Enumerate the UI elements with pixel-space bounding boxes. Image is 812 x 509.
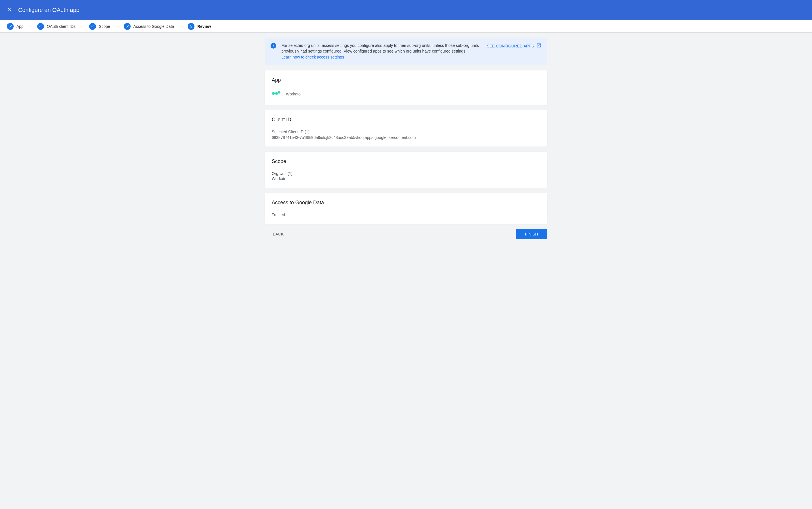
card-title: App [272, 77, 540, 83]
info-text: For selected org units, access settings … [281, 43, 479, 54]
see-apps-label: SEE CONFIGURED APPS [487, 44, 534, 48]
close-icon[interactable] [7, 7, 12, 13]
step-label: OAuth client IDs [47, 24, 75, 29]
header-bar: Configure an OAuth app [0, 0, 812, 20]
step-scope[interactable]: Scope [89, 23, 110, 30]
app-name: Workato [286, 92, 301, 96]
step-app[interactable]: App [7, 23, 24, 30]
card-app: App Workato [265, 70, 547, 105]
learn-link[interactable]: Learn how to check access settings [281, 55, 481, 60]
back-button[interactable]: BACK [271, 229, 286, 239]
svg-point-0 [272, 92, 275, 95]
card-access: Access to Google Data Trusted [265, 193, 547, 224]
card-scope: Scope Org Unit (1) Workato [265, 152, 547, 188]
external-link-icon [536, 43, 541, 49]
workato-logo-icon [272, 90, 282, 98]
check-icon [124, 23, 131, 30]
page-title: Configure an OAuth app [18, 7, 79, 13]
step-access-google-data[interactable]: Access to Google Data [124, 23, 174, 30]
step-label: Review [197, 24, 211, 29]
card-client-id: Client ID Selected Client ID (1) 6838787… [265, 110, 547, 146]
app-row: Workato [272, 90, 540, 98]
check-icon [37, 23, 44, 30]
card-title: Access to Google Data [272, 200, 540, 206]
step-label: App [16, 24, 24, 29]
card-title: Client ID [272, 117, 540, 123]
step-label: Access to Google Data [134, 24, 174, 29]
step-number: 5 [188, 23, 195, 30]
info-text-container: For selected org units, access settings … [281, 43, 481, 60]
card-title: Scope [272, 159, 540, 165]
svg-point-2 [278, 91, 281, 94]
content-wrapper: i For selected org units, access setting… [265, 33, 547, 250]
client-id-label: Selected Client ID (1) [272, 130, 540, 134]
svg-point-1 [275, 92, 278, 95]
check-icon [7, 23, 13, 30]
org-unit-value: Workato [272, 176, 540, 181]
step-review[interactable]: 5 Review [188, 23, 211, 30]
access-value: Trusted [272, 212, 540, 217]
check-icon [89, 23, 96, 30]
info-banner: i For selected org units, access setting… [265, 38, 547, 65]
step-oauth-client-ids[interactable]: OAuth client IDs [37, 23, 75, 30]
client-id-value: 683878741543-7u1l9k9da9iulujk2c48uuc39ab… [272, 135, 540, 140]
stepper: App OAuth client IDs Scope Access to Goo… [0, 20, 812, 33]
step-label: Scope [99, 24, 110, 29]
org-unit-label: Org Unit (1) [272, 171, 540, 176]
footer-actions: BACK FINISH [265, 229, 547, 245]
see-configured-apps-link[interactable]: SEE CONFIGURED APPS [487, 43, 541, 49]
finish-button[interactable]: FINISH [516, 229, 547, 239]
info-icon: i [271, 43, 276, 48]
